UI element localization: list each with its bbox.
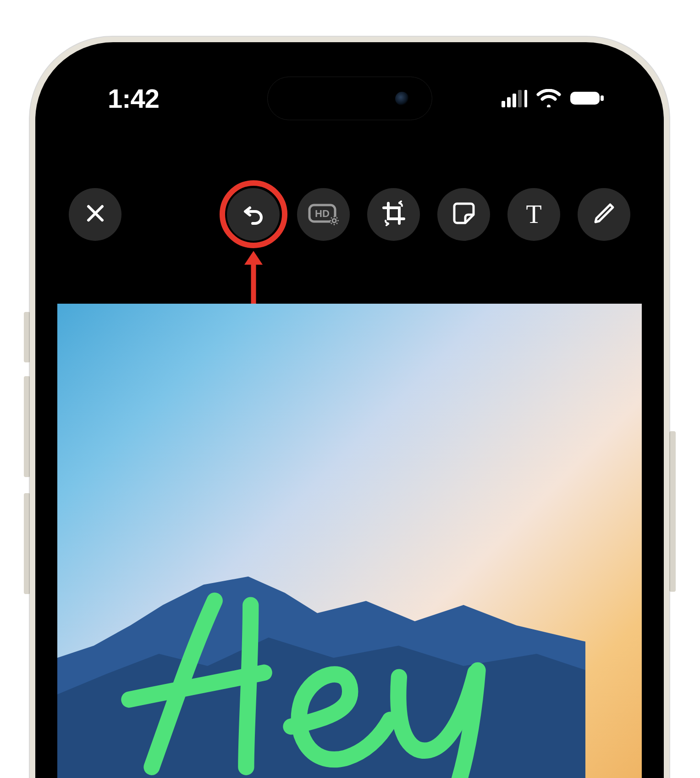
wifi-icon: [536, 89, 561, 107]
screen: 1:42: [48, 56, 651, 778]
close-icon: [85, 203, 106, 226]
svg-line-17: [336, 217, 337, 218]
canvas-image-mountains: [57, 483, 585, 778]
phone-volume-up: [24, 376, 30, 477]
close-button[interactable]: [69, 188, 121, 241]
svg-rect-3: [518, 90, 522, 107]
text-icon: T: [526, 200, 541, 229]
draw-button[interactable]: [578, 188, 630, 241]
sticker-icon: [452, 201, 476, 228]
image-canvas[interactable]: [57, 304, 642, 778]
text-button[interactable]: T: [507, 188, 560, 241]
crop-rotate-button[interactable]: [367, 188, 420, 241]
status-indicators: [502, 89, 605, 107]
crop-icon: [381, 200, 407, 228]
hd-icon: HD: [308, 201, 340, 227]
phone-frame: 1:42: [30, 37, 669, 778]
cellular-icon: [502, 89, 528, 107]
svg-line-16: [336, 223, 337, 224]
svg-rect-1: [507, 97, 511, 107]
hd-settings-button[interactable]: HD: [297, 188, 350, 241]
battery-icon: [569, 89, 605, 107]
status-time: 1:42: [108, 83, 159, 114]
svg-rect-2: [513, 94, 516, 107]
undo-button[interactable]: [227, 188, 280, 241]
sticker-button[interactable]: [437, 188, 490, 241]
phone-power-button: [669, 431, 676, 592]
phone-volume-down: [24, 493, 30, 594]
svg-rect-4: [524, 90, 527, 107]
undo-icon: [242, 201, 265, 227]
svg-line-18: [331, 223, 332, 224]
editor-toolbar: HD: [48, 175, 651, 253]
phone-side-button: [24, 312, 30, 362]
pencil-icon: [593, 202, 616, 227]
svg-line-15: [331, 217, 332, 218]
svg-rect-6: [601, 95, 604, 101]
dynamic-island: [267, 77, 432, 120]
svg-rect-0: [502, 101, 505, 107]
svg-rect-5: [570, 92, 600, 105]
svg-text:HD: HD: [315, 208, 330, 219]
